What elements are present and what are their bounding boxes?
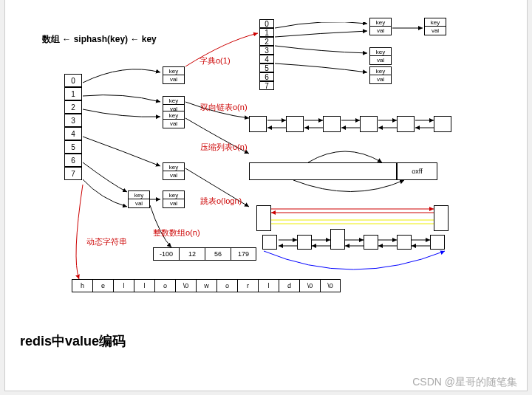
ziplist-label: 压缩列表o(n) (200, 142, 248, 153)
kv-node-5a: keyval (128, 190, 150, 208)
ll-node-2 (286, 116, 304, 132)
sl-n3 (330, 229, 345, 250)
kv-node-4: keyval (163, 162, 185, 180)
dict-kv-2: keyval (369, 47, 392, 65)
main-array-6: 6 (64, 154, 82, 167)
main-array-3: 3 (64, 114, 82, 127)
ll-node-3 (323, 116, 341, 132)
dict-kv-1: keyval (369, 18, 392, 35)
dict-4: 4 (259, 55, 274, 63)
intarr-label: 整数数组o(n) (153, 227, 200, 238)
linkedlist-label: 双向链表o(n) (200, 102, 248, 113)
ll-node-4 (360, 116, 378, 132)
sl-n1 (262, 235, 277, 250)
sl-n6 (430, 235, 445, 250)
sl-tail (434, 205, 449, 231)
ziplist-end: oxff (397, 162, 437, 180)
kv-node-3: keyval (163, 111, 185, 128)
kv-node-5b: keyval (163, 190, 185, 208)
sl-head (256, 205, 271, 231)
section-title: redis中value编码 (20, 332, 126, 350)
dict-label: 字典o(1) (200, 55, 231, 66)
dict-2: 2 (259, 37, 274, 46)
sds-array: hello\0world\0\0 (72, 279, 341, 292)
main-array-7: 7 (64, 167, 82, 180)
dict-5: 5 (259, 63, 274, 72)
main-array-0: 0 (64, 74, 82, 87)
page-container: 数组 ← siphash(key) ← key 0 1 2 3 4 5 6 7 … (4, 0, 528, 391)
sl-n2 (297, 235, 312, 250)
main-array-1: 1 (64, 87, 82, 100)
dict-0: 0 (259, 19, 274, 28)
diagram-area: 数组 ← siphash(key) ← key 0 1 2 3 4 5 6 7 … (13, 22, 515, 317)
main-array-4: 4 (64, 127, 82, 140)
kv-node-1: keyval (163, 66, 185, 84)
ziplist-body (249, 162, 397, 180)
dict-3: 3 (259, 46, 274, 55)
array-label: 数组 ← siphash(key) ← key (42, 33, 157, 46)
sl-n4 (364, 235, 378, 250)
ll-node-6 (434, 116, 451, 132)
dict-6: 6 (259, 72, 274, 81)
main-array-2: 2 (64, 100, 82, 114)
sl-n5 (397, 235, 412, 250)
dict-1: 1 (259, 28, 274, 37)
skiplist-label: 跳表o(logn) (200, 196, 242, 207)
dict-7: 7 (259, 81, 274, 90)
ll-node-5 (397, 116, 415, 132)
main-array-5: 5 (64, 140, 82, 154)
dict-kv-3: keyval (369, 66, 392, 84)
watermark: CSDN @星哥的随笔集 (412, 376, 517, 389)
int-array: -1001256179 (153, 247, 256, 261)
dict-kv-1b: keyval (424, 18, 446, 35)
ll-node-1 (249, 116, 267, 132)
sds-label: 动态字符串 (86, 236, 127, 247)
